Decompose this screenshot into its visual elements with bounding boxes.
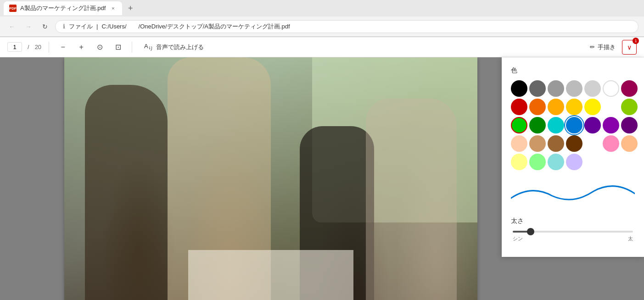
color-swatch-brown[interactable] [548,135,564,152]
color-swatch-purple-dark[interactable] [584,117,601,133]
color-swatch-purple[interactable] [603,117,619,133]
color-swatch-red[interactable] [511,99,527,115]
zoom-out-button[interactable]: − [56,41,69,54]
draw-icon: ✏ [590,44,595,50]
color-swatch-peach[interactable] [511,135,527,152]
color-section-title: 色 [511,67,635,75]
active-tab[interactable]: PDF A製品のマーケティング計画.pdf × [4,1,122,15]
color-swatch-gold[interactable] [566,99,582,115]
color-swatch-medium-gray[interactable] [548,80,564,97]
curve-preview [511,178,635,210]
color-swatch-dark-brown[interactable] [566,135,582,152]
tab-close-button[interactable]: × [109,5,117,12]
color-swatch-orange[interactable] [529,99,546,115]
tab-title: A製品のマーケティング計画.pdf [20,4,106,12]
color-grid [511,80,635,170]
pdf-page [64,57,477,300]
color-swatch-tan[interactable] [529,135,546,152]
color-swatch-magenta-dark[interactable] [621,80,638,97]
color-swatch-lime[interactable] [621,99,638,115]
page-number-input[interactable] [7,42,22,52]
toolbar-divider-2 [132,42,132,53]
color-swatch-lighter-gray[interactable] [584,80,601,97]
chevron-icon: ∨ [627,44,632,51]
main-content: 色 [0,57,644,300]
address-input[interactable]: ℹ ファイル | C:/Users/ /OneDrive/デスクトップ/A製品の… [55,20,638,33]
draw-button[interactable]: ✏ 手描き [585,41,620,53]
toolbar-divider-1 [49,42,49,53]
slider-labels: シン 太 [513,235,633,242]
color-swatch-amber[interactable] [548,99,564,115]
slider-track [513,231,633,233]
slider-min-label: シン [513,235,523,242]
chevron-badge: 1 [633,38,639,44]
color-swatch-dark-gray[interactable] [529,80,546,97]
color-swatch-purple-mid[interactable] [621,117,638,133]
address-path: C:/Users/ /OneDrive/デスクトップ/A製品のマーケティング計画… [101,22,290,31]
read-aloud-button[interactable]: Aり 音声で読み上げる [140,41,208,54]
curve-svg [511,180,635,207]
address-file-label: ファイル [69,22,93,31]
new-tab-button[interactable]: + [124,2,137,15]
page-total: 20 [35,44,41,50]
address-info-icon: ℹ [63,23,65,30]
draw-label: 手描き [598,43,616,51]
refresh-button[interactable]: ↻ [39,20,51,33]
color-picker-panel: 色 [502,57,644,257]
color-swatch-lavender[interactable] [566,154,582,170]
color-swatch-green-dark[interactable] [529,117,546,133]
page-separator: / [28,44,29,50]
color-swatch-teal[interactable] [548,117,564,133]
address-bar: ← → ↻ ℹ ファイル | C:/Users/ /OneDrive/デスクトッ… [0,17,644,37]
color-swatch-yellow[interactable] [584,99,601,115]
color-swatch-green-bright[interactable] [511,117,527,133]
tab-favicon: PDF [9,5,17,12]
thickness-section-title: 太さ [511,217,635,225]
color-swatch-black[interactable] [511,80,527,97]
toolbar-right: ✏ 手描き ∨ 1 [585,40,637,55]
read-aloud-icon: Aり [144,43,153,52]
chevron-button[interactable]: ∨ 1 [622,40,637,55]
thickness-slider-container: シン 太 [511,231,635,242]
color-swatch-light-teal[interactable] [548,154,564,170]
browser-chrome: PDF A製品のマーケティング計画.pdf × + ← → ↻ ℹ ファイル |… [0,0,644,37]
color-swatch-pink[interactable] [603,135,619,152]
read-aloud-label: 音声で読み上げる [156,43,204,51]
pdf-image [64,57,477,300]
color-swatch-blue[interactable] [566,117,582,133]
zoom-mode-button[interactable]: ⊙ [93,41,106,54]
color-swatch-light-orange[interactable] [621,135,638,152]
color-swatch-light-gray[interactable] [566,80,582,97]
slider-max-label: 太 [628,235,633,242]
color-swatch-white[interactable] [603,80,619,97]
tab-bar: PDF A製品のマーケティング計画.pdf × + [0,0,644,17]
zoom-in-button[interactable]: + [75,41,88,54]
address-separator: | [96,23,98,30]
color-swatch-light-green[interactable] [529,154,546,170]
back-button[interactable]: ← [6,20,18,33]
toolbar: / 20 − + ⊙ ⊡ Aり 音声で読み上げる ✏ 手描き ∨ 1 [0,37,644,57]
color-swatch-light-yellow[interactable] [511,154,527,170]
fit-page-button[interactable]: ⊡ [112,41,124,54]
forward-button[interactable]: → [22,20,35,33]
